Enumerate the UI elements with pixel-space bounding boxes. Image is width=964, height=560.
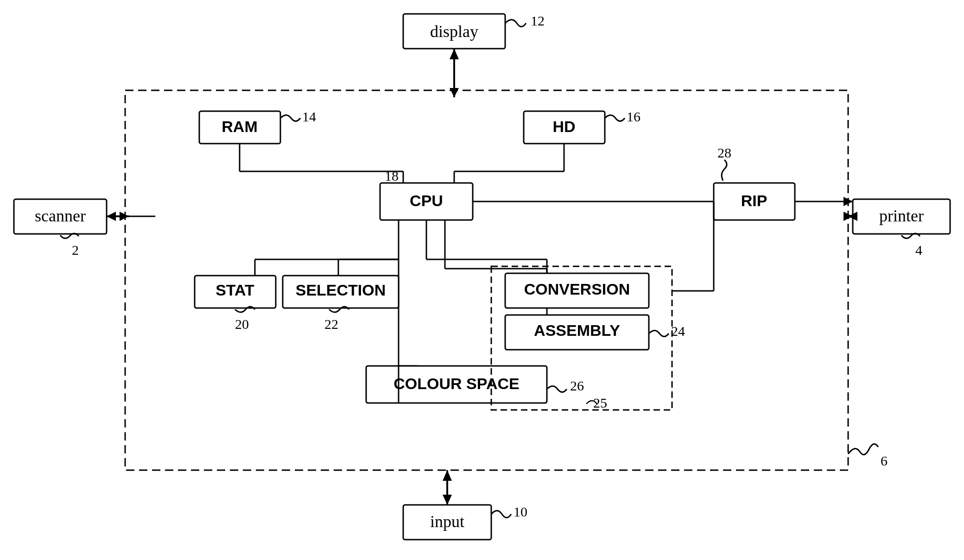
- scanner-label: scanner: [35, 207, 86, 225]
- ref16-label: 16: [627, 109, 641, 124]
- diagram: 6 display 12 scanner 2 printer 4: [0, 0, 964, 560]
- ref20-label: 20: [235, 316, 249, 332]
- ref28-squiggle: [722, 160, 727, 181]
- display-arrow-down: [450, 88, 459, 97]
- ref12-squiggle: [505, 20, 526, 27]
- ref10-label: 10: [514, 504, 527, 519]
- ref22-label: 22: [324, 316, 338, 332]
- ref26-squiggle: [547, 386, 567, 392]
- conversion-label: CONVERSION: [524, 280, 630, 298]
- ref24-label: 24: [671, 323, 685, 339]
- ref26-label: 26: [570, 378, 584, 393]
- input-arrow-up: [443, 470, 452, 481]
- colour-space-label: COLOUR SPACE: [393, 375, 519, 392]
- ref4-label: 4: [915, 242, 922, 258]
- ref12-label: 12: [531, 13, 545, 28]
- ref16-squiggle: [605, 115, 625, 121]
- ref6-squiggle: [848, 444, 878, 455]
- stat-label: STAT: [216, 281, 254, 299]
- ref10-squiggle: [491, 511, 511, 518]
- ref2-label: 2: [72, 242, 79, 258]
- hd-label: HD: [552, 118, 575, 135]
- scanner-arrow-right: [120, 212, 129, 221]
- cpu-label: CPU: [410, 192, 443, 209]
- ref6-label: 6: [881, 453, 888, 468]
- scanner-arrow-left: [107, 212, 116, 221]
- ref18-label: 18: [385, 168, 399, 183]
- ram-label: RAM: [222, 118, 257, 135]
- selection-label: SELECTION: [296, 281, 386, 299]
- ref14-label: 14: [302, 109, 316, 124]
- rip-label: RIP: [741, 192, 767, 209]
- input-arrow-down: [443, 495, 452, 505]
- ref14-squiggle: [280, 115, 300, 121]
- input-label: input: [430, 512, 464, 531]
- assembly-label: ASSEMBLY: [534, 321, 620, 339]
- ref28-label: 28: [717, 145, 731, 160]
- printer-label: printer: [879, 207, 924, 225]
- display-arrow-up: [450, 49, 459, 59]
- ref24-squiggle: [649, 331, 669, 337]
- display-label: display: [430, 22, 478, 41]
